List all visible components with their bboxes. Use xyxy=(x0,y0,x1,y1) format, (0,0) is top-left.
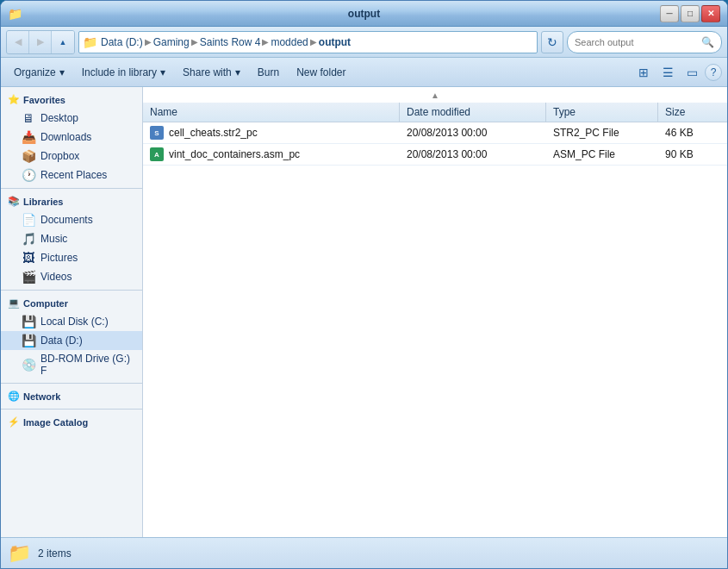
desktop-label: Desktop xyxy=(40,112,78,124)
local-disk-label: Local Disk (C:) xyxy=(40,316,109,328)
sidebar-item-dropbox[interactable]: 📦 Dropbox xyxy=(1,147,142,166)
sidebar: ⭐ Favorites 🖥 Desktop 📥 Downloads 📦 Drop… xyxy=(1,87,143,537)
status-item-count: 2 items xyxy=(38,547,72,560)
search-input[interactable] xyxy=(575,37,698,47)
view-list-button[interactable]: ☰ xyxy=(656,61,679,84)
col-header-name[interactable]: Name xyxy=(143,103,400,122)
forward-button[interactable]: ▶ xyxy=(29,31,52,53)
breadcrumb-modded[interactable]: modded xyxy=(271,36,308,48)
include-library-button[interactable]: Include in library ▾ xyxy=(74,61,173,84)
sidebar-section-computer: 💻 Computer 💾 Local Disk (C:) 💾 Data (D:)… xyxy=(1,294,142,379)
computer-label: Computer xyxy=(23,298,68,309)
refresh-button[interactable]: ↻ xyxy=(541,31,563,53)
toolbar: Organize ▾ Include in library ▾ Share wi… xyxy=(1,58,727,87)
sidebar-image-catalog-header[interactable]: ⚡ Image Catalog xyxy=(1,413,142,431)
file-list-body: S cell_cheats.str2_pc 20/08/2013 00:00 S… xyxy=(143,122,727,537)
file-size: 90 KB xyxy=(665,148,694,160)
burn-button[interactable]: Burn xyxy=(250,61,287,84)
back-button[interactable]: ◀ xyxy=(7,31,29,53)
col-header-type[interactable]: Type xyxy=(546,103,658,122)
breadcrumb-gaming[interactable]: Gaming xyxy=(153,36,190,48)
share-dropdown-icon: ▾ xyxy=(235,66,240,78)
close-button[interactable]: ✕ xyxy=(701,5,720,22)
breadcrumb-saintsrow[interactable]: Saints Row 4 xyxy=(200,36,261,48)
sidebar-item-recent-places[interactable]: 🕐 Recent Places xyxy=(1,166,142,184)
sidebar-network-header[interactable]: 🌐 Network xyxy=(1,387,142,405)
network-label: Network xyxy=(23,391,60,402)
sidebar-computer-header[interactable]: 💻 Computer xyxy=(1,294,142,312)
share-with-button[interactable]: Share with ▾ xyxy=(175,61,248,84)
breadcrumb-output[interactable]: output xyxy=(319,36,351,48)
up-button[interactable]: ▲ xyxy=(52,31,74,53)
col-header-date[interactable]: Date modified xyxy=(400,103,546,122)
organize-button[interactable]: Organize ▾ xyxy=(6,61,72,84)
maximize-button[interactable]: □ xyxy=(681,5,700,22)
dropbox-label: Dropbox xyxy=(40,150,79,162)
nav-buttons: ◀ ▶ ▲ xyxy=(6,30,75,54)
window-title: output xyxy=(68,8,660,20)
organize-label: Organize xyxy=(14,66,56,78)
downloads-label: Downloads xyxy=(40,131,91,143)
breadcrumb-root[interactable]: Data (D:) xyxy=(101,36,143,48)
file-list-header: Name Date modified Type Size xyxy=(143,103,727,122)
view-large-icon-button[interactable]: ⊞ xyxy=(632,61,655,84)
new-folder-label: New folder xyxy=(296,66,345,78)
file-date-cell: 20/08/2013 00:00 xyxy=(400,144,546,165)
new-folder-button[interactable]: New folder xyxy=(289,61,353,84)
view-pane-button[interactable]: ▭ xyxy=(681,61,703,84)
sidebar-divider-2 xyxy=(1,290,142,291)
desktop-icon: 🖥 xyxy=(22,111,35,125)
table-row[interactable]: S cell_cheats.str2_pc 20/08/2013 00:00 S… xyxy=(143,122,727,144)
sidebar-divider-1 xyxy=(1,188,142,189)
window-controls: ─ □ ✕ xyxy=(660,5,720,22)
include-label: Include in library xyxy=(82,66,157,78)
pictures-label: Pictures xyxy=(40,252,78,264)
sidebar-item-data-disk[interactable]: 💾 Data (D:) xyxy=(1,331,142,350)
sidebar-section-network: 🌐 Network xyxy=(1,387,142,405)
file-size-cell: 90 KB xyxy=(658,144,727,165)
recent-places-icon: 🕐 xyxy=(22,168,35,182)
search-box[interactable]: 🔍 xyxy=(567,31,722,53)
favorites-label: Favorites xyxy=(23,95,65,105)
file-name-cell: S cell_cheats.str2_pc xyxy=(143,122,400,143)
documents-label: Documents xyxy=(40,214,93,226)
file-date-cell: 20/08/2013 00:00 xyxy=(400,122,546,143)
documents-icon: 📄 xyxy=(22,213,35,227)
sidebar-favorites-header[interactable]: ⭐ Favorites xyxy=(1,91,142,109)
main-area: ⭐ Favorites 🖥 Desktop 📥 Downloads 📦 Drop… xyxy=(1,87,727,537)
table-row[interactable]: A vint_doc_containers.asm_pc 20/08/2013 … xyxy=(143,144,727,166)
sidebar-item-desktop[interactable]: 🖥 Desktop xyxy=(1,109,142,128)
local-disk-icon: 💾 xyxy=(22,315,35,328)
sidebar-divider-4 xyxy=(1,409,142,410)
window-frame: 📁 output ─ □ ✕ ◀ ▶ ▲ 📁 Data (D:) ▶ Gamin… xyxy=(0,0,728,569)
status-bar: 📁 2 items xyxy=(1,537,727,568)
help-button[interactable]: ? xyxy=(705,64,722,81)
address-path[interactable]: 📁 Data (D:) ▶ Gaming ▶ Saints Row 4 ▶ mo… xyxy=(78,31,538,53)
sidebar-libraries-header[interactable]: 📚 Libraries xyxy=(1,192,142,210)
libraries-label: Libraries xyxy=(23,197,63,207)
file-type-cell: STR2_PC File xyxy=(546,122,658,143)
file-name: vint_doc_containers.asm_pc xyxy=(169,148,300,160)
sidebar-item-music[interactable]: 🎵 Music xyxy=(1,229,142,248)
minimize-button[interactable]: ─ xyxy=(660,5,679,22)
col-header-size[interactable]: Size xyxy=(658,103,727,122)
sidebar-item-pictures[interactable]: 🖼 Pictures xyxy=(1,248,142,267)
address-bar: ◀ ▶ ▲ 📁 Data (D:) ▶ Gaming ▶ Saints Row … xyxy=(1,27,727,58)
scroll-indicator-top[interactable]: ▲ xyxy=(143,87,727,103)
search-icon: 🔍 xyxy=(701,36,714,48)
sidebar-item-documents[interactable]: 📄 Documents xyxy=(1,210,142,229)
bdrom-icon: 💿 xyxy=(22,358,35,372)
file-name: cell_cheats.str2_pc xyxy=(169,127,258,139)
burn-label: Burn xyxy=(258,66,279,78)
file-type-cell: ASM_PC File xyxy=(546,144,658,165)
sidebar-item-bdrom[interactable]: 💿 BD-ROM Drive (G:) F xyxy=(1,350,142,379)
file-date: 20/08/2013 00:00 xyxy=(407,127,487,139)
file-name-cell: A vint_doc_containers.asm_pc xyxy=(143,144,400,165)
libraries-icon: 📚 xyxy=(8,196,20,207)
sidebar-item-local-disk[interactable]: 💾 Local Disk (C:) xyxy=(1,312,142,331)
sidebar-item-videos[interactable]: 🎬 Videos xyxy=(1,267,142,286)
status-folder-icon: 📁 xyxy=(8,542,31,565)
sidebar-item-downloads[interactable]: 📥 Downloads xyxy=(1,128,142,147)
window-icon: 📁 xyxy=(8,7,22,21)
recent-places-label: Recent Places xyxy=(40,169,107,181)
